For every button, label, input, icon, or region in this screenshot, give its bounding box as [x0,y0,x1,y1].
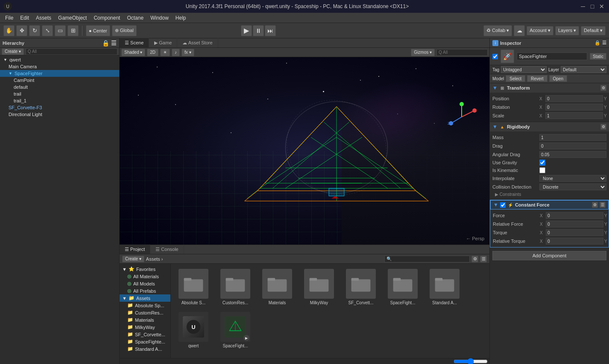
tag-select[interactable]: Untagged [501,66,547,73]
asset-spacefighter-prefab[interactable]: ▶ SpaceFight... [216,310,255,350]
is-kinematic-checkbox[interactable] [539,167,545,173]
cf-menu-button[interactable]: ☰ [600,202,606,208]
inspector-lock-icon[interactable]: 🔒 [594,40,600,46]
interpolate-select[interactable]: None [539,175,606,182]
tree-absolute[interactable]: 📁 Absolute Sp... [120,302,170,309]
mass-input[interactable] [539,134,606,141]
tree-item-main-camera[interactable]: Main Camera [0,63,119,70]
scene-search-input[interactable] [436,49,488,56]
asset-absolute[interactable]: Absolute S... [174,267,213,307]
menu-item-file[interactable]: File [2,14,17,22]
console-tab[interactable]: ☰ Console [150,245,184,254]
light-button[interactable]: ☀ [160,49,170,56]
asset-materials[interactable]: Materials [258,267,296,307]
object-enable-checkbox[interactable] [492,54,498,59]
rigidbody-header[interactable]: ▼ ▲ Rigidbody ⚙ [490,122,609,131]
scale-x-input[interactable] [545,112,603,119]
asset-qwert[interactable]: U qwert [174,310,213,350]
menu-item-assets[interactable]: Assets [32,14,55,22]
audio-button[interactable]: ♪ [172,49,180,56]
center-button[interactable]: ● Center [86,25,110,36]
bottom-scrollbar[interactable] [120,358,489,364]
asset-standard[interactable]: Standard A... [425,267,464,307]
tree-standard-assets[interactable]: 📁 Standard A... [120,345,170,352]
rotation-x-input[interactable] [545,104,603,111]
hierarchy-lock-icon[interactable]: 🔒 [102,40,109,47]
tree-all-materials[interactable]: ◎ All Materials [120,273,170,280]
2d-button[interactable]: 2D [147,49,158,56]
tree-item-campoint[interactable]: CamPoint [0,77,119,84]
rel-force-x-input[interactable] [546,221,603,227]
tree-materials[interactable]: 📁 Materials [120,316,170,323]
asset-customres[interactable]: CustomRes... [216,267,255,307]
scene-tab[interactable]: ☰ Scene [120,38,149,47]
tree-all-models[interactable]: ◎ All Models [120,280,170,287]
global-button[interactable]: ⊕ Global [112,25,137,36]
tree-sfcorvette-folder[interactable]: 📁 SF_Corvette... [120,331,170,338]
tree-favorites[interactable]: ▼ ⭐ Favorites [120,265,170,273]
layout-dropdown[interactable]: Default ▾ [581,26,606,35]
asset-store-tab[interactable]: ☁ Asset Store [177,38,218,47]
open-button[interactable]: Open [549,75,567,82]
account-dropdown[interactable]: Account ▾ [527,26,553,35]
project-settings-icon[interactable]: ⚙ [471,256,478,262]
tree-item-default[interactable]: default [0,84,119,90]
menu-item-octane[interactable]: Octane [123,14,147,22]
fx-button[interactable]: fx ▾ [182,49,194,56]
select-button[interactable]: Select [506,75,525,82]
collab-button[interactable]: ♻ Collab ▾ [483,25,512,36]
constraints-row[interactable]: ▶ Constraints [492,191,606,198]
layers-dropdown[interactable]: Layers ▾ [555,26,579,35]
transform-tool-button[interactable]: ⊞ [67,25,79,36]
tree-all-prefabs[interactable]: ◎ All Prefabs [120,287,170,294]
zoom-slider[interactable] [454,358,488,364]
tree-milkyway[interactable]: 📁 MilkyWay [120,323,170,331]
force-x-input[interactable] [546,212,603,219]
move-tool-button[interactable]: ✥ [16,25,27,36]
menu-item-help[interactable]: Help [172,14,190,22]
scale-tool-button[interactable]: ⤡ [42,25,53,36]
hierarchy-menu-icon[interactable]: ☰ [111,40,117,47]
tree-customres[interactable]: 📁 CustomRes... [120,309,170,316]
shaded-button[interactable]: Shaded ▾ [121,49,145,56]
inspector-menu-icon[interactable]: ☰ [602,40,606,46]
rect-tool-button[interactable]: ▭ [55,25,66,36]
cloud-button[interactable]: ☁ [514,25,525,36]
rigidbody-settings-button[interactable]: ⚙ [600,124,606,130]
hand-tool-button[interactable]: ✋ [3,25,15,36]
tree-item-trail[interactable]: trail [0,90,119,97]
rel-torque-x-input[interactable] [546,238,603,245]
step-button[interactable]: ⏭ [265,25,276,36]
cf-settings-button[interactable]: ⚙ [592,202,598,208]
close-button[interactable]: ✕ [598,3,606,10]
pause-button[interactable]: ⏸ [253,25,264,36]
hierarchy-search-input[interactable] [26,48,117,55]
cf-enable-checkbox[interactable] [500,202,506,208]
hierarchy-create-button[interactable]: Create ▾ [2,48,24,55]
object-name-input[interactable] [517,52,587,60]
menu-item-gameobject[interactable]: GameObject [55,14,90,22]
gizmos-button[interactable]: Gizmos ▾ [411,49,435,56]
project-view-icon[interactable]: ☰ [480,256,487,262]
angular-drag-input[interactable] [539,151,606,158]
tree-item-qwert[interactable]: ▼ qwert [0,56,119,63]
position-x-input[interactable] [545,95,603,102]
revert-button[interactable]: Revert [527,75,547,82]
collision-select[interactable]: Discrete [539,183,606,190]
maximize-button[interactable]: □ [589,3,596,10]
torque-x-input[interactable] [546,229,603,236]
asset-milkyway[interactable]: MilkyWay [300,267,338,307]
tree-item-spacefighter[interactable]: ▼ SpaceFighter [0,70,119,77]
project-create-button[interactable]: Create ▾ [122,256,144,262]
add-component-button[interactable]: Add Component [492,251,606,260]
play-button[interactable]: ▶ [241,25,252,36]
constant-force-header[interactable]: ▼ ⚡ Constant Force ⚙ ☰ [490,200,609,210]
asset-spacefighter[interactable]: SpaceFight... [384,267,422,307]
tree-assets[interactable]: ▼ 📁 Assets [120,294,170,302]
minimize-button[interactable]: ─ [579,3,587,10]
tree-spacefighter-folder[interactable]: 📁 SpaceFighte... [120,338,170,345]
asset-sfcorvette[interactable]: SF_Corvett... [342,267,380,307]
viewport[interactable]: X Y Z ← Persp [120,57,489,245]
menu-item-window[interactable]: Window [147,14,172,22]
drag-input[interactable] [539,143,606,149]
